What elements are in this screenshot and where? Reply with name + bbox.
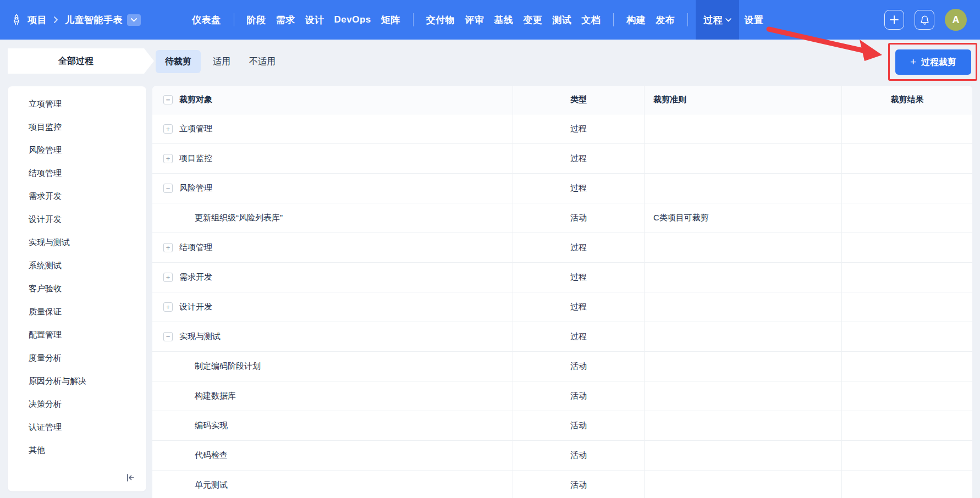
- project-switcher-chevron-icon[interactable]: [127, 14, 141, 26]
- sidebar-item-风险管理[interactable]: 风险管理: [8, 139, 146, 162]
- app-root: 项目 儿童智能手表 仪表盘 阶段 需求 设计 DevOps 矩阵 交付物 评审 …: [0, 0, 980, 498]
- collapse-all-toggle[interactable]: −: [163, 95, 173, 104]
- breadcrumb-section[interactable]: 项目: [27, 14, 47, 26]
- nav-item-构建[interactable]: 构建: [621, 0, 651, 40]
- type-cell: 活动: [513, 381, 645, 411]
- process-tailoring-button-label: 过程裁剪: [921, 57, 956, 68]
- table-body: + 立项管理 过程 + 项目监控 过程 − 风险管理 过程 更新组织级“风险列表…: [152, 114, 972, 498]
- sidebar-item-设计开发[interactable]: 设计开发: [8, 208, 146, 231]
- sidebar-item-立项管理[interactable]: 立项管理: [8, 92, 146, 115]
- criteria-cell: [645, 471, 842, 498]
- table-row[interactable]: 代码检查 活动: [152, 441, 972, 471]
- expand-toggle[interactable]: +: [163, 124, 173, 134]
- criteria-cell: [645, 144, 842, 173]
- tailoring-table: − 裁剪对象 类型 裁剪准则 裁剪结果 + 立项管理 过程 + 项目监控 过程 …: [152, 86, 972, 498]
- sidebar-item-系统测试[interactable]: 系统测试: [8, 254, 146, 277]
- all-process-banner[interactable]: 全部过程: [8, 48, 154, 74]
- result-cell: [842, 144, 972, 173]
- nav-item-过程[interactable]: 过程: [696, 0, 739, 40]
- nav-item-发布[interactable]: 发布: [651, 0, 680, 40]
- nav-item-仪表盘[interactable]: 仪表盘: [187, 0, 226, 40]
- type-cell: 活动: [513, 471, 645, 498]
- nav-item-交付物[interactable]: 交付物: [421, 0, 460, 40]
- type-cell: 活动: [513, 441, 645, 470]
- nav-item-矩阵[interactable]: 矩阵: [376, 0, 405, 40]
- table-row[interactable]: + 需求开发 过程: [152, 263, 972, 292]
- table-row[interactable]: 构建数据库 活动: [152, 381, 972, 411]
- rocket-logo-icon[interactable]: [10, 13, 23, 26]
- type-cell: 活动: [513, 352, 645, 381]
- table-row[interactable]: − 实现与测试 过程: [152, 322, 972, 352]
- sidebar-item-结项管理[interactable]: 结项管理: [8, 162, 146, 185]
- table-row[interactable]: 更新组织级“风险列表库” 活动 C类项目可裁剪: [152, 203, 972, 233]
- nav-item-设置[interactable]: 设置: [739, 0, 768, 40]
- nav-item-文档[interactable]: 文档: [576, 0, 605, 40]
- nav-item-阶段[interactable]: 阶段: [242, 0, 271, 40]
- sidebar-item-实现与测试[interactable]: 实现与测试: [8, 231, 146, 254]
- table-row[interactable]: 制定编码阶段计划 活动: [152, 352, 972, 381]
- expand-toggle[interactable]: +: [163, 302, 173, 312]
- collapse-left-icon[interactable]: [123, 471, 137, 485]
- process-sidebar: 立项管理项目监控风险管理结项管理需求开发设计开发实现与测试系统测试客户验收质量保…: [8, 86, 146, 491]
- nav-item-变更[interactable]: 变更: [518, 0, 547, 40]
- sidebar-item-决策分析[interactable]: 决策分析: [8, 392, 146, 416]
- result-cell: [842, 441, 972, 470]
- criteria-cell: [645, 233, 842, 262]
- expand-toggle[interactable]: +: [163, 243, 173, 252]
- tab-不适用[interactable]: 不适用: [243, 50, 282, 73]
- nav-item-需求[interactable]: 需求: [271, 0, 300, 40]
- nav-item-测试[interactable]: 测试: [547, 0, 576, 40]
- add-button[interactable]: [884, 10, 904, 30]
- sidebar-item-质量保证[interactable]: 质量保证: [8, 300, 146, 323]
- result-cell: [842, 174, 972, 203]
- nav-item-设计[interactable]: 设计: [300, 0, 329, 40]
- nav-item-DevOps[interactable]: DevOps: [329, 0, 376, 40]
- nav-divider: [613, 13, 614, 26]
- nav-item-基线[interactable]: 基线: [489, 0, 518, 40]
- table-row[interactable]: + 项目监控 过程: [152, 144, 972, 174]
- breadcrumb-project[interactable]: 儿童智能手表: [65, 14, 123, 26]
- sidebar-item-其他[interactable]: 其他: [8, 439, 146, 462]
- table-row[interactable]: − 风险管理 过程: [152, 174, 972, 203]
- table-row[interactable]: 单元测试 活动: [152, 471, 972, 498]
- type-cell: 活动: [513, 203, 645, 233]
- sidebar-item-认证管理[interactable]: 认证管理: [8, 416, 146, 439]
- type-cell: 过程: [513, 144, 645, 173]
- nav-divider: [234, 13, 234, 26]
- tailoring-object-label: 风险管理: [179, 183, 212, 193]
- table-row[interactable]: + 立项管理 过程: [152, 114, 972, 144]
- expand-toggle[interactable]: +: [163, 273, 173, 282]
- criteria-cell: [645, 352, 842, 381]
- nav-item-评审[interactable]: 评审: [460, 0, 489, 40]
- table-row[interactable]: + 设计开发 过程: [152, 292, 972, 322]
- tailoring-object-label: 构建数据库: [195, 391, 236, 401]
- criteria-cell: [645, 174, 842, 203]
- tab-待裁剪[interactable]: 待裁剪: [156, 50, 201, 73]
- user-avatar[interactable]: A: [945, 9, 967, 31]
- table-row[interactable]: 编码实现 活动: [152, 411, 972, 441]
- tab-适用[interactable]: 适用: [206, 50, 237, 73]
- expand-toggle[interactable]: −: [163, 332, 173, 341]
- top-actions: A: [884, 0, 967, 40]
- column-header-result: 裁剪结果: [842, 86, 972, 114]
- notifications-button[interactable]: [915, 10, 934, 30]
- expand-toggle[interactable]: +: [163, 154, 173, 163]
- criteria-cell: [645, 322, 842, 351]
- plus-icon: +: [910, 56, 916, 68]
- result-cell: [842, 352, 972, 381]
- sidebar-item-度量分析[interactable]: 度量分析: [8, 346, 146, 369]
- tailoring-object-label: 单元测试: [195, 480, 228, 490]
- tailoring-object-label: 需求开发: [179, 272, 212, 283]
- tailoring-object-label: 项目监控: [179, 153, 212, 164]
- tailoring-object-label: 编码实现: [195, 420, 228, 431]
- sidebar-item-项目监控[interactable]: 项目监控: [8, 115, 146, 139]
- sidebar-item-原因分析与解决[interactable]: 原因分析与解决: [8, 369, 146, 392]
- sidebar-item-客户验收[interactable]: 客户验收: [8, 277, 146, 300]
- sidebar-item-需求开发[interactable]: 需求开发: [8, 185, 146, 208]
- sidebar-item-配置管理[interactable]: 配置管理: [8, 323, 146, 346]
- expand-toggle[interactable]: −: [163, 184, 173, 193]
- table-row[interactable]: + 结项管理 过程: [152, 233, 972, 263]
- column-header-type: 类型: [513, 86, 645, 114]
- filter-tabs: 待裁剪适用不适用: [156, 50, 282, 73]
- process-tailoring-button[interactable]: + 过程裁剪: [895, 49, 971, 75]
